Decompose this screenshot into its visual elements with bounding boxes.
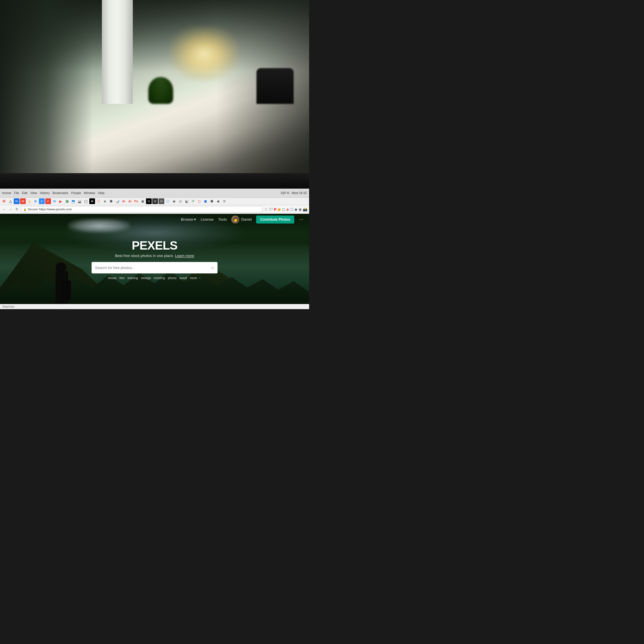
ext-icon-2[interactable]: ◻	[282, 207, 285, 212]
pexels-tagline: Best free stock photos in one place. Lea…	[23, 254, 286, 258]
ext-icon-4[interactable]: ⬠	[290, 207, 293, 212]
pinterest-icon[interactable]: P	[274, 207, 276, 212]
chrome-icon[interactable]: ⊕	[33, 198, 38, 204]
vpn-icon[interactable]: ◎	[26, 198, 32, 204]
menu-item-people[interactable]: People	[71, 191, 81, 195]
forward-button[interactable]: →	[8, 207, 13, 212]
sheets-icon[interactable]: ▦	[64, 198, 70, 204]
avatar-icon: 🧑	[233, 217, 238, 222]
menu-item-window[interactable]: Window	[84, 191, 95, 195]
search-tag-wood[interactable]: wood	[179, 276, 187, 280]
back-button[interactable]: ←	[2, 207, 7, 212]
ext1-icon[interactable]: ⬒	[70, 198, 76, 204]
chrome-toolbar-icons: M △ 31 21 ◎ ⊕ Z P ✉ ▶ ▦ ⬒ ⬓ ◫ M ⬡ ◈ ⬟ 📊 …	[0, 198, 309, 205]
search-tag-house[interactable]: house	[108, 276, 116, 280]
bookmark-star-icon[interactable]: ☆	[264, 207, 268, 212]
analytics-icon[interactable]: 📊	[114, 198, 120, 204]
youtube-icon[interactable]: ▶	[58, 198, 64, 204]
instagram-icon[interactable]: 📸	[303, 207, 307, 212]
pdf-icon[interactable]: P	[45, 198, 51, 204]
search-icon[interactable]: ⌕	[211, 265, 214, 270]
nav-controls: ← → ↻	[2, 207, 19, 212]
tagline-text: Best free stock photos in one place.	[115, 254, 174, 258]
shield-icon[interactable]: 🛡	[269, 207, 273, 212]
pexels-logo: PEXELS	[23, 239, 286, 253]
person-backpack	[62, 280, 71, 300]
chevron-down-icon: ▾	[194, 217, 196, 222]
avatar: 🧑	[231, 216, 239, 224]
ext5-icon[interactable]: ◈	[102, 198, 108, 204]
ext12-icon[interactable]: ◻	[196, 198, 202, 204]
url-bar[interactable]: 🔒 Secure https://www.pexels.com	[21, 206, 262, 212]
menu-item-bookmarks[interactable]: Bookmarks	[53, 191, 68, 195]
learn-more-link[interactable]: Learn more	[175, 254, 194, 258]
menu-item-file[interactable]: File	[14, 191, 19, 195]
ext-icon-5[interactable]: ◆	[295, 207, 297, 212]
search-tag-meeting[interactable]: meeting	[154, 276, 165, 280]
menu-item-chrome[interactable]: hrome	[2, 191, 11, 195]
back-icon: ←	[3, 207, 6, 211]
ext6-icon[interactable]: ⬟	[108, 198, 114, 204]
google-drive-icon[interactable]: △	[7, 198, 13, 204]
browser-window: hrome File Edit View History Bookmarks P…	[0, 189, 309, 309]
ext8-icon[interactable]: ⬠	[165, 198, 171, 204]
tools-link[interactable]: Tools	[218, 217, 227, 222]
search-input[interactable]	[95, 266, 209, 270]
search-more-tags[interactable]: more →	[190, 276, 201, 280]
search-bar: ⌕	[92, 262, 218, 274]
battery-info: 100 %	[280, 191, 289, 195]
pexels-nav-right: Browse ▾ License Tools 🧑 Daniel Contribu…	[181, 216, 303, 224]
office-window-glow	[170, 27, 238, 81]
ext14-icon[interactable]: ⬣	[209, 198, 215, 204]
ext-icon-3[interactable]: ◈	[286, 207, 289, 212]
ext4-icon[interactable]: ⬡	[96, 198, 101, 204]
pexels-website: Browse ▾ License Tools 🧑 Daniel Contribu…	[0, 214, 309, 309]
more-options-icon[interactable]: ⋯	[299, 217, 303, 222]
nav-bar-right: ☆ 🛡 P ◼ ◻ ◈ ⬠ ◆ ◉ 📸	[264, 207, 307, 212]
adobe2-icon[interactable]: Ai	[127, 198, 133, 204]
chrome-menu-bar: hrome File Edit View History Bookmarks P…	[2, 191, 104, 195]
status-text: Searches	[2, 305, 14, 308]
ext15-icon[interactable]: ◆	[215, 198, 221, 204]
office-pillar	[102, 0, 133, 104]
ext2-icon[interactable]: ⬓	[77, 198, 82, 204]
ext9-icon[interactable]: ◉	[171, 198, 177, 204]
ext-icon-1[interactable]: ◼	[278, 207, 281, 212]
contribute-photos-button[interactable]: Contribute Photos	[256, 216, 294, 224]
adobe3-icon[interactable]: Ps	[133, 198, 139, 204]
medium4-icon[interactable]: M	[159, 198, 164, 204]
office-background-photo	[0, 0, 309, 179]
search-tag-phone[interactable]: phone	[168, 276, 177, 280]
adobe1-icon[interactable]: Ai	[121, 198, 127, 204]
ext13-icon[interactable]: ◼	[203, 198, 208, 204]
medium-icon[interactable]: M	[89, 198, 95, 204]
messenger-icon[interactable]: ✉	[52, 198, 57, 204]
ext11-icon[interactable]: ⬕	[184, 198, 189, 204]
monitor-bezel	[0, 173, 309, 189]
menu-item-history[interactable]: History	[40, 191, 50, 195]
search-tag-vintage[interactable]: vintage	[141, 276, 151, 280]
recycle-icon[interactable]: ↺	[190, 198, 196, 204]
zoom-icon[interactable]: Z	[39, 198, 45, 204]
medium3-icon[interactable]: M	[152, 198, 158, 204]
close-tab-icon[interactable]: ✕	[222, 198, 227, 204]
search-tag-blur[interactable]: blur	[119, 276, 125, 280]
browse-dropdown[interactable]: Browse ▾	[181, 217, 196, 222]
ext10-icon[interactable]: ◎	[177, 198, 183, 204]
ext7-icon[interactable]: ▣	[140, 198, 145, 204]
menu-item-help[interactable]: Help	[98, 191, 104, 195]
license-link[interactable]: License	[201, 217, 214, 222]
chrome-nav-bar: ← → ↻ 🔒 Secure https://www.pexels.com ☆ …	[0, 205, 309, 214]
gmail-icon[interactable]: M	[1, 198, 7, 204]
calendar2-icon[interactable]: 21	[20, 198, 26, 204]
ext-icon-6[interactable]: ◉	[299, 207, 302, 212]
menu-item-view[interactable]: View	[30, 191, 37, 195]
search-tag-training[interactable]: training	[128, 276, 138, 280]
browse-label: Browse	[181, 217, 193, 222]
browser-status-bar: Searches	[0, 304, 309, 309]
menu-item-edit[interactable]: Edit	[22, 191, 27, 195]
ext3-icon[interactable]: ◫	[83, 198, 89, 204]
refresh-button[interactable]: ↻	[14, 207, 19, 212]
medium2-icon[interactable]: M	[146, 198, 152, 204]
calendar-icon[interactable]: 31	[14, 198, 19, 204]
